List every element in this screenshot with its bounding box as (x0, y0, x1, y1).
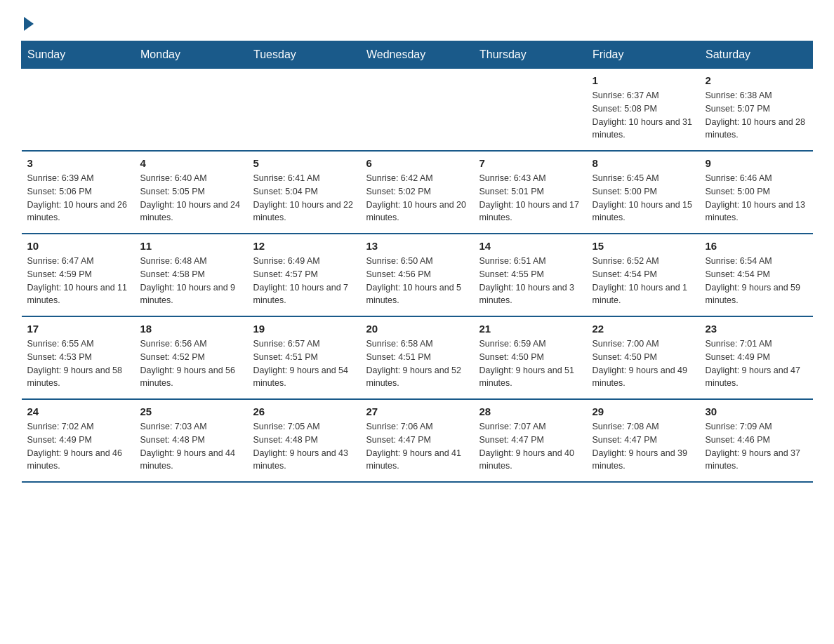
day-number: 25 (140, 405, 242, 417)
day-info: Sunrise: 7:05 AMSunset: 4:48 PMDaylight:… (253, 420, 355, 473)
day-number: 2 (706, 74, 807, 86)
day-info: Sunrise: 7:08 AMSunset: 4:47 PMDaylight:… (593, 420, 694, 473)
day-number: 14 (479, 240, 581, 252)
page-header (21, 14, 813, 27)
calendar-cell: 15Sunrise: 6:52 AMSunset: 4:54 PMDayligh… (587, 234, 700, 316)
day-number: 4 (140, 157, 242, 169)
day-number: 12 (253, 240, 355, 252)
calendar-cell: 2Sunrise: 6:38 AMSunset: 5:07 PMDaylight… (700, 69, 813, 152)
day-info: Sunrise: 6:55 AMSunset: 4:53 PMDaylight:… (27, 337, 129, 390)
weekday-header-row: SundayMondayTuesdayWednesdayThursdayFrid… (22, 41, 813, 69)
day-number: 7 (479, 157, 581, 169)
day-number: 26 (253, 405, 355, 417)
day-info: Sunrise: 7:02 AMSunset: 4:49 PMDaylight:… (27, 420, 129, 473)
day-info: Sunrise: 6:41 AMSunset: 5:04 PMDaylight:… (253, 172, 355, 224)
day-number: 1 (593, 74, 694, 86)
day-info: Sunrise: 6:56 AMSunset: 4:52 PMDaylight:… (140, 337, 242, 390)
day-info: Sunrise: 6:46 AMSunset: 5:00 PMDaylight:… (706, 172, 807, 224)
calendar-cell (474, 69, 587, 152)
day-number: 27 (366, 405, 468, 417)
calendar-row: 10Sunrise: 6:47 AMSunset: 4:59 PMDayligh… (22, 234, 813, 316)
calendar-cell: 18Sunrise: 6:56 AMSunset: 4:52 PMDayligh… (135, 316, 248, 399)
calendar-cell (135, 69, 248, 152)
calendar-cell: 22Sunrise: 7:00 AMSunset: 4:50 PMDayligh… (587, 316, 700, 399)
weekday-header-friday: Friday (587, 41, 700, 69)
calendar-cell (22, 69, 135, 152)
day-number: 6 (366, 157, 468, 169)
day-info: Sunrise: 6:47 AMSunset: 4:59 PMDaylight:… (27, 255, 129, 307)
day-number: 15 (593, 240, 694, 252)
calendar-cell: 29Sunrise: 7:08 AMSunset: 4:47 PMDayligh… (587, 399, 700, 482)
day-info: Sunrise: 6:58 AMSunset: 4:51 PMDaylight:… (366, 337, 468, 390)
day-info: Sunrise: 6:38 AMSunset: 5:07 PMDaylight:… (706, 89, 807, 142)
calendar-cell (361, 69, 474, 152)
weekday-header-sunday: Sunday (22, 41, 135, 69)
day-info: Sunrise: 6:54 AMSunset: 4:54 PMDaylight:… (706, 255, 807, 307)
day-number: 21 (479, 323, 581, 335)
day-info: Sunrise: 7:07 AMSunset: 4:47 PMDaylight:… (479, 420, 581, 473)
calendar-cell: 6Sunrise: 6:42 AMSunset: 5:02 PMDaylight… (361, 151, 474, 234)
day-number: 19 (253, 323, 355, 335)
calendar-row: 24Sunrise: 7:02 AMSunset: 4:49 PMDayligh… (22, 399, 813, 482)
day-number: 13 (366, 240, 468, 252)
calendar-cell: 7Sunrise: 6:43 AMSunset: 5:01 PMDaylight… (474, 151, 587, 234)
weekday-header-thursday: Thursday (474, 41, 587, 69)
day-number: 23 (706, 323, 807, 335)
weekday-header-wednesday: Wednesday (361, 41, 474, 69)
day-info: Sunrise: 6:37 AMSunset: 5:08 PMDaylight:… (593, 89, 694, 142)
calendar-cell: 19Sunrise: 6:57 AMSunset: 4:51 PMDayligh… (248, 316, 361, 399)
day-info: Sunrise: 6:51 AMSunset: 4:55 PMDaylight:… (479, 255, 581, 307)
day-number: 20 (366, 323, 468, 335)
calendar-cell: 20Sunrise: 6:58 AMSunset: 4:51 PMDayligh… (361, 316, 474, 399)
day-info: Sunrise: 6:57 AMSunset: 4:51 PMDaylight:… (253, 337, 355, 390)
calendar-cell: 17Sunrise: 6:55 AMSunset: 4:53 PMDayligh… (22, 316, 135, 399)
calendar-cell: 16Sunrise: 6:54 AMSunset: 4:54 PMDayligh… (700, 234, 813, 316)
calendar-cell: 1Sunrise: 6:37 AMSunset: 5:08 PMDaylight… (587, 69, 700, 152)
day-number: 11 (140, 240, 242, 252)
day-info: Sunrise: 6:49 AMSunset: 4:57 PMDaylight:… (253, 255, 355, 307)
calendar-cell: 12Sunrise: 6:49 AMSunset: 4:57 PMDayligh… (248, 234, 361, 316)
day-number: 3 (27, 157, 129, 169)
day-info: Sunrise: 6:40 AMSunset: 5:05 PMDaylight:… (140, 172, 242, 224)
calendar-cell: 30Sunrise: 7:09 AMSunset: 4:46 PMDayligh… (700, 399, 813, 482)
calendar-cell (248, 69, 361, 152)
logo-arrow-icon (24, 17, 34, 31)
calendar-cell: 11Sunrise: 6:48 AMSunset: 4:58 PMDayligh… (135, 234, 248, 316)
day-info: Sunrise: 6:43 AMSunset: 5:01 PMDaylight:… (479, 172, 581, 224)
day-number: 17 (27, 323, 129, 335)
day-info: Sunrise: 6:50 AMSunset: 4:56 PMDaylight:… (366, 255, 468, 307)
day-info: Sunrise: 6:45 AMSunset: 5:00 PMDaylight:… (593, 172, 694, 224)
calendar-cell: 21Sunrise: 6:59 AMSunset: 4:50 PMDayligh… (474, 316, 587, 399)
weekday-header-saturday: Saturday (700, 41, 813, 69)
day-number: 30 (706, 405, 807, 417)
weekday-header-tuesday: Tuesday (248, 41, 361, 69)
weekday-header-monday: Monday (135, 41, 248, 69)
calendar-cell: 3Sunrise: 6:39 AMSunset: 5:06 PMDaylight… (22, 151, 135, 234)
calendar-cell: 8Sunrise: 6:45 AMSunset: 5:00 PMDaylight… (587, 151, 700, 234)
calendar-row: 17Sunrise: 6:55 AMSunset: 4:53 PMDayligh… (22, 316, 813, 399)
calendar-cell: 28Sunrise: 7:07 AMSunset: 4:47 PMDayligh… (474, 399, 587, 482)
calendar-cell: 9Sunrise: 6:46 AMSunset: 5:00 PMDaylight… (700, 151, 813, 234)
day-number: 22 (593, 323, 694, 335)
day-number: 5 (253, 157, 355, 169)
day-number: 16 (706, 240, 807, 252)
calendar-cell: 13Sunrise: 6:50 AMSunset: 4:56 PMDayligh… (361, 234, 474, 316)
day-info: Sunrise: 7:00 AMSunset: 4:50 PMDaylight:… (593, 337, 694, 390)
day-number: 24 (27, 405, 129, 417)
calendar-cell: 25Sunrise: 7:03 AMSunset: 4:48 PMDayligh… (135, 399, 248, 482)
day-info: Sunrise: 7:06 AMSunset: 4:47 PMDaylight:… (366, 420, 468, 473)
day-info: Sunrise: 6:59 AMSunset: 4:50 PMDaylight:… (479, 337, 581, 390)
day-number: 8 (593, 157, 694, 169)
day-number: 18 (140, 323, 242, 335)
day-info: Sunrise: 6:52 AMSunset: 4:54 PMDaylight:… (593, 255, 694, 307)
day-number: 10 (27, 240, 129, 252)
calendar-cell: 26Sunrise: 7:05 AMSunset: 4:48 PMDayligh… (248, 399, 361, 482)
calendar-cell: 23Sunrise: 7:01 AMSunset: 4:49 PMDayligh… (700, 316, 813, 399)
day-info: Sunrise: 6:48 AMSunset: 4:58 PMDaylight:… (140, 255, 242, 307)
logo (21, 14, 34, 27)
day-info: Sunrise: 7:03 AMSunset: 4:48 PMDaylight:… (140, 420, 242, 473)
day-info: Sunrise: 7:09 AMSunset: 4:46 PMDaylight:… (706, 420, 807, 473)
calendar-cell: 5Sunrise: 6:41 AMSunset: 5:04 PMDaylight… (248, 151, 361, 234)
calendar-cell: 27Sunrise: 7:06 AMSunset: 4:47 PMDayligh… (361, 399, 474, 482)
calendar-cell: 10Sunrise: 6:47 AMSunset: 4:59 PMDayligh… (22, 234, 135, 316)
